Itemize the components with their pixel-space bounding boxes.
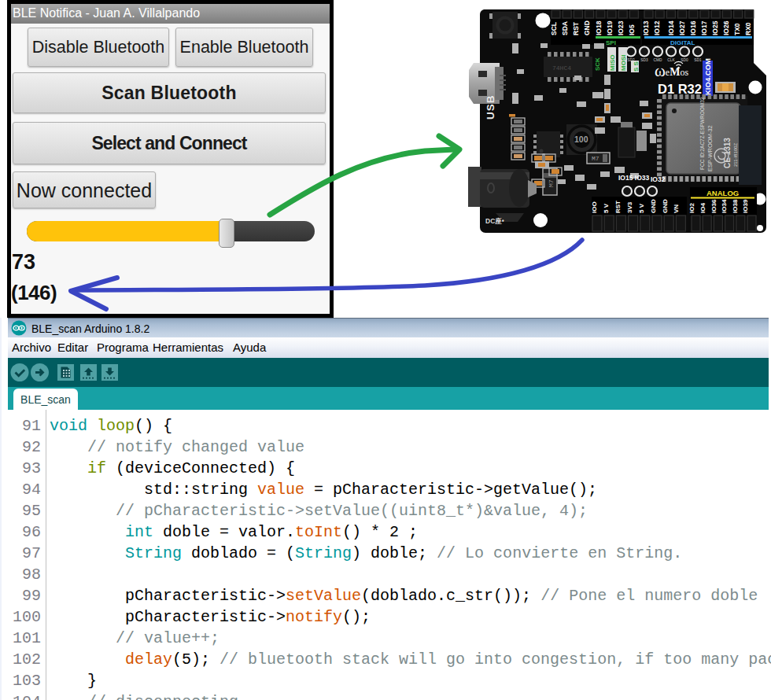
svg-text:FCC ID:2AC7Z-ESPWROOM32: FCC ID:2AC7Z-ESPWROOM32 — [699, 97, 705, 170]
svg-text:RX0: RX0 — [744, 22, 752, 35]
svg-text:ANALOG: ANALOG — [706, 189, 739, 197]
svg-text:IO14: IO14 — [667, 20, 675, 35]
svg-text:M7: M7 — [592, 155, 599, 162]
svg-text:IO34: IO34 — [721, 199, 728, 213]
svg-text:DIGITAL: DIGITAL — [670, 39, 695, 46]
svg-text:SCK: SCK — [594, 57, 601, 71]
svg-text:IO16: IO16 — [689, 20, 697, 35]
svg-text:GND: GND — [650, 199, 657, 213]
svg-text:IO19: IO19 — [606, 20, 614, 35]
svg-text:VN: VN — [673, 204, 680, 213]
svg-text:SPI: SPI — [606, 39, 616, 46]
svg-text:KIO4.COM: KIO4.COM — [703, 58, 712, 95]
svg-text:USB: USB — [485, 94, 496, 120]
svg-text:SD0: SD0 — [681, 58, 688, 62]
svg-text:S S: S S — [633, 61, 640, 72]
svg-text:211-I8100Z: 211-I8100Z — [733, 142, 738, 167]
svg-text:GND: GND — [662, 199, 669, 213]
svg-text:MISO: MISO — [609, 55, 616, 71]
svg-text:IO23: IO23 — [617, 20, 625, 35]
svg-text:IO12: IO12 — [653, 20, 661, 35]
svg-text:IO36: IO36 — [710, 199, 718, 213]
svg-text:IO25: IO25 — [711, 20, 719, 35]
svg-text:5 V: 5 V — [638, 203, 645, 213]
svg-text:IO4: IO4 — [699, 203, 706, 213]
svg-text:IO38: IO38 — [732, 199, 739, 213]
svg-text:IO17: IO17 — [700, 20, 708, 35]
svg-text:IO18: IO18 — [595, 20, 603, 35]
svg-text:IO5: IO5 — [628, 24, 636, 35]
svg-text:74HC4: 74HC4 — [552, 64, 571, 72]
svg-text:100: 100 — [574, 134, 588, 144]
svg-text:SD3: SD3 — [640, 58, 648, 62]
svg-text:IO2: IO2 — [688, 203, 695, 213]
svg-text:IOO: IOO — [591, 201, 598, 213]
svg-text:IO13: IO13 — [642, 20, 650, 35]
svg-text:IO15 IO33: IO15 IO33 — [618, 174, 649, 182]
svg-text:TX0: TX0 — [733, 23, 741, 35]
svg-text:GND: GND — [583, 20, 591, 35]
svg-text:RST: RST — [572, 21, 580, 35]
svg-text:IO26: IO26 — [722, 20, 730, 35]
svg-text:IO27: IO27 — [678, 20, 686, 35]
svg-text:RST: RST — [614, 201, 622, 213]
svg-text:MOSI: MOSI — [620, 55, 627, 71]
svg-text:IO39: IO39 — [742, 199, 749, 213]
svg-text:3V3: 3V3 — [626, 201, 633, 213]
svg-text:5 V: 5 V — [603, 203, 610, 213]
svg-text:D1 R32: D1 R32 — [658, 82, 702, 96]
svg-text:IO32: IO32 — [651, 175, 666, 183]
svg-text:DC座•: DC座• — [485, 217, 504, 225]
svg-text:ESP-WROOM-32: ESP-WROOM-32 — [706, 125, 714, 171]
svg-text:SDA: SDA — [561, 21, 569, 35]
svg-text:SCL: SCL — [550, 22, 558, 35]
svg-text:CLK: CLK — [667, 58, 675, 62]
svg-text:M7: M7 — [548, 179, 555, 187]
svg-text:SD1: SD1 — [694, 58, 702, 62]
